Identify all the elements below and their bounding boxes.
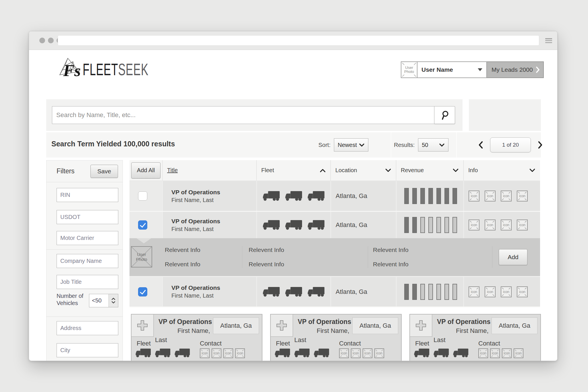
search-button[interactable] (434, 106, 455, 124)
user-name-value: User Name (421, 66, 453, 73)
truck-icon (313, 348, 329, 358)
truck-icon (307, 286, 325, 298)
info-icon-placeholder[interactable]: icon (501, 220, 512, 230)
info-icons: icon icon icon icon (464, 286, 528, 297)
my-leads-button[interactable]: My Leads 2000 (487, 61, 544, 78)
info-icon-placeholder[interactable]: icon (485, 220, 496, 230)
job-title-field[interactable] (57, 275, 118, 289)
column-header-fleet[interactable]: Fleet (256, 160, 330, 181)
brand-logo: Fs FLEETSEEK (56, 57, 172, 82)
filters-panel: Filters Save Number of Vehicles <50 (46, 160, 123, 361)
add-all-button[interactable]: Add All (131, 162, 160, 178)
contact-icons: icon icon icon icon (478, 348, 523, 358)
plus-icon (136, 319, 149, 332)
user-photo-label: User Photo (131, 252, 152, 262)
truck-icon (262, 286, 280, 298)
revenue-bars (396, 217, 457, 233)
search-input[interactable] (52, 106, 434, 124)
add-lead-button[interactable] (271, 315, 293, 337)
card-location: Atlanta, Ga (492, 317, 537, 334)
row-checkbox[interactable] (138, 220, 147, 230)
row-name: First Name, Last (171, 197, 220, 203)
contact-icon-placeholder[interactable]: icon (363, 348, 372, 358)
motor-carrier-field[interactable] (57, 231, 118, 245)
truck-icon (274, 348, 290, 358)
previous-page-button[interactable] (478, 141, 483, 149)
contact-icon-placeholder[interactable]: icon (374, 348, 384, 358)
sort-down-icon (452, 168, 459, 172)
callout-pointer (136, 238, 151, 243)
address-field[interactable] (57, 321, 118, 335)
contact-icon-placeholder[interactable]: icon (490, 348, 500, 358)
add-lead-button[interactable]: Add (499, 249, 527, 265)
contact-icon-placeholder[interactable]: icon (514, 348, 523, 358)
page-indicator[interactable]: 1 of 20 (490, 137, 531, 152)
info-icon-placeholder[interactable]: icon (517, 286, 528, 297)
card-first-name: First Name, (317, 327, 349, 335)
card-fleet-label: Fleet (137, 340, 151, 347)
vehicles-stepper[interactable]: <50 (89, 294, 118, 307)
contact-icon-placeholder[interactable]: icon (478, 348, 488, 358)
lead-cards-row: VP of Operations First Name, Last Atlant… (131, 314, 541, 361)
row-location: Atlanta, Ga (331, 192, 367, 200)
info-icon-placeholder[interactable]: icon (517, 191, 528, 201)
revenue-bars (396, 188, 457, 204)
truck-icon (262, 219, 280, 231)
results-count-value: 50 (422, 142, 428, 148)
sort-dropdown[interactable]: Newest (334, 138, 368, 152)
card-contact-label: Contact (339, 340, 361, 347)
contact-icon-placeholder[interactable]: icon (339, 348, 349, 358)
info-icon-placeholder[interactable]: icon (469, 286, 479, 297)
url-bar[interactable] (58, 35, 539, 46)
fleet-trucks (257, 190, 325, 202)
info-icon-placeholder[interactable]: icon (501, 191, 512, 201)
info-icon-placeholder[interactable]: icon (517, 220, 528, 230)
chevron-down-icon (111, 301, 115, 304)
chevron-right-icon (536, 66, 540, 73)
column-header-info[interactable]: Info (463, 160, 540, 181)
contact-icon-placeholder[interactable]: icon (235, 348, 245, 358)
results-count-dropdown[interactable]: 50 (418, 138, 448, 152)
save-filters-button[interactable]: Save (90, 165, 118, 178)
user-name-dropdown[interactable]: User Name (417, 61, 487, 78)
chevron-down-icon (478, 68, 482, 71)
search-icon (440, 110, 450, 120)
usdot-field[interactable] (57, 210, 118, 224)
info-icon-placeholder[interactable]: icon (485, 286, 496, 297)
plus-icon (415, 319, 427, 332)
card-location: Atlanta, Ga (213, 317, 259, 334)
add-lead-button[interactable] (131, 315, 154, 337)
chevron-up-icon (111, 298, 115, 300)
city-field[interactable] (57, 343, 118, 357)
lead-card: VP of Operations First Name, Last Atlant… (131, 314, 262, 361)
card-title: VP of Operations (437, 318, 490, 326)
column-header-revenue[interactable]: Revenue (396, 160, 463, 181)
column-header-title[interactable]: Title (162, 160, 256, 181)
rin-field[interactable] (57, 188, 118, 202)
add-lead-button[interactable] (410, 315, 432, 337)
row-checkbox[interactable] (138, 191, 147, 201)
fleet-trucks (257, 219, 325, 231)
contact-icon-placeholder[interactable]: icon (212, 348, 221, 358)
info-icon-placeholder[interactable]: icon (485, 191, 496, 201)
info-icon-placeholder[interactable]: icon (469, 191, 479, 201)
contact-icon-placeholder[interactable]: icon (502, 348, 512, 358)
contact-icon-placeholder[interactable]: icon (351, 348, 361, 358)
next-page-button[interactable] (538, 141, 543, 149)
contact-icon-placeholder[interactable]: icon (200, 348, 210, 358)
fleet-trucks (135, 348, 190, 358)
browser-menu-icon[interactable] (545, 38, 552, 43)
company-name-field[interactable] (57, 254, 118, 268)
card-fleet-label: Fleet (415, 340, 429, 347)
chevron-down-icon (359, 143, 365, 147)
stepper-arrows[interactable] (109, 294, 118, 307)
contact-icon-placeholder[interactable]: icon (223, 348, 233, 358)
row-checkbox[interactable] (138, 287, 147, 296)
truck-icon (135, 348, 151, 358)
column-header-location[interactable]: Location (330, 160, 396, 181)
card-contact-label: Contact (200, 340, 222, 347)
info-icon-placeholder[interactable]: icon (501, 286, 512, 297)
truck-icon (294, 348, 310, 358)
info-icon-placeholder[interactable]: icon (469, 220, 479, 230)
card-first-name: First Name, (456, 327, 489, 335)
